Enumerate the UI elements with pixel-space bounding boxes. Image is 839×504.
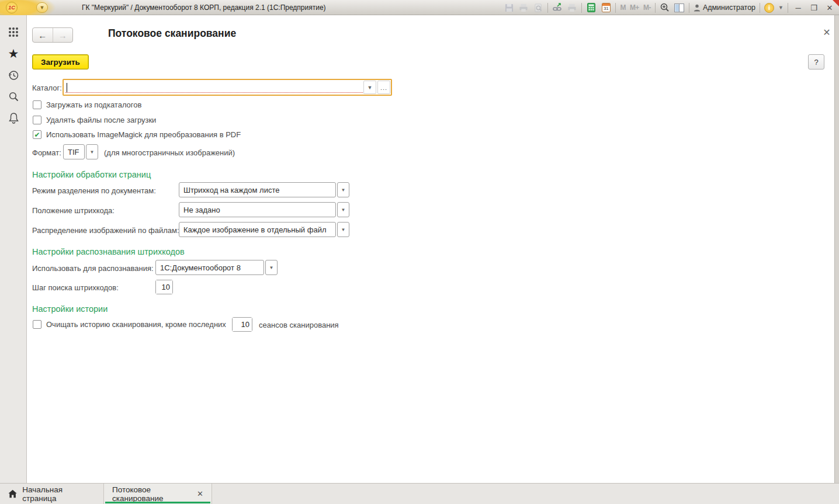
recognition-engine-combo: 1С:Документооборот 8 ▼ xyxy=(155,260,278,275)
section-header-processing: Настройки обработки страниц xyxy=(32,170,151,179)
history-icon[interactable] xyxy=(0,69,27,81)
section-header-recognition: Настройки распознавания штрихкодов xyxy=(32,247,185,256)
checkbox[interactable] xyxy=(33,116,41,124)
image-distribution-combo: Каждое изображение в отдельный файл ▼ xyxy=(179,222,349,237)
tab-active-label: Потоковое сканирование xyxy=(112,485,190,503)
home-icon xyxy=(8,489,17,498)
format-note: (для многостраничных изображений) xyxy=(104,148,235,157)
toolbar-separator xyxy=(615,3,616,13)
format-value[interactable]: TIF xyxy=(63,144,85,159)
barcode-step-input[interactable] xyxy=(156,280,172,294)
user-name-label: Администратор xyxy=(703,4,755,12)
format-dropdown-button[interactable]: ▼ xyxy=(86,144,98,159)
window-right-frame xyxy=(834,15,839,504)
info-icon[interactable]: i xyxy=(764,3,774,13)
forward-button[interactable]: → xyxy=(53,28,73,42)
toolbar-separator xyxy=(760,3,760,13)
calendar-day-label: 31 xyxy=(602,6,610,12)
chevron-down-icon[interactable]: ▼ xyxy=(778,5,783,11)
clear-history-suffix: сеансов сканирования xyxy=(259,321,339,329)
split-mode-value[interactable]: Штрихкод на каждом листе xyxy=(179,182,336,197)
checkbox[interactable] xyxy=(33,100,41,109)
search-icon[interactable] xyxy=(0,91,27,102)
text-cursor xyxy=(67,83,67,92)
tab-home-label: Начальная страница xyxy=(22,485,95,503)
minimize-button[interactable]: ─ xyxy=(792,4,804,12)
recognition-engine-value[interactable]: 1С:Документооборот 8 xyxy=(155,260,264,275)
maximize-button[interactable]: ❒ xyxy=(808,4,820,12)
main-menu-button[interactable]: ▼ xyxy=(36,2,48,13)
catalog-input[interactable] xyxy=(65,82,363,93)
catalog-input-text[interactable] xyxy=(65,82,363,92)
checkbox[interactable] xyxy=(33,320,41,329)
window-titlebar: 1С ▼ ГК "Меркурий" / Документооборот 8 К… xyxy=(0,0,839,15)
help-button[interactable]: ? xyxy=(808,54,824,69)
split-mode-combo: Штрихкод на каждом листе ▼ xyxy=(179,182,349,197)
toolbar-separator xyxy=(689,3,689,13)
checkbox-label: Использовать ImageMagick для преобразова… xyxy=(46,130,241,139)
memory-subtract-button[interactable]: M- xyxy=(643,4,651,12)
memory-add-button[interactable]: M+ xyxy=(630,4,639,12)
format-combo: TIF ▼ xyxy=(63,144,98,159)
tab-home[interactable]: Начальная страница xyxy=(0,484,104,504)
close-form-icon[interactable]: ✕ xyxy=(821,27,832,38)
checkbox-row[interactable]: ✔ Использовать ImageMagick для преобразо… xyxy=(33,130,241,139)
1c-logo-icon: 1С xyxy=(6,2,18,13)
checkbox-label: Удалять файлы после загрузки xyxy=(46,116,156,124)
recognition-engine-label: Использовать для распознавания: xyxy=(32,264,154,273)
tool-sidebar: ★ xyxy=(0,15,27,483)
checkbox[interactable]: ✔ xyxy=(33,130,41,139)
window-title: ГК "Меркурий" / Документооборот 8 КОРП, … xyxy=(82,4,326,12)
menu-grid-icon[interactable] xyxy=(0,27,27,37)
notifications-bell-icon[interactable] xyxy=(0,112,27,124)
tab-stream-scanning[interactable]: Потоковое сканирование ✕ xyxy=(104,484,212,504)
toolbar-separator xyxy=(547,3,548,13)
barcode-position-dropdown-button[interactable]: ▼ xyxy=(337,202,349,217)
barcode-position-label: Положение штрихкода: xyxy=(32,206,115,215)
catalog-browse-button[interactable]: ... xyxy=(377,81,390,94)
barcode-position-combo: Не задано ▼ xyxy=(179,202,349,217)
nav-history-buttons: ← → xyxy=(32,27,73,43)
image-distribution-label: Распределение изображений по файлам: xyxy=(32,226,179,235)
barcode-step-label: Шаг поиска штрихкодов: xyxy=(32,283,119,292)
history-sessions-field[interactable] xyxy=(232,317,252,332)
calculator-icon[interactable] xyxy=(586,3,597,13)
checkbox-label: Загружать из подкаталогов xyxy=(46,100,141,109)
barcode-position-value[interactable]: Не задано xyxy=(179,202,336,217)
attach-link-icon[interactable] xyxy=(552,3,563,13)
current-user[interactable]: Администратор xyxy=(694,4,755,12)
split-mode-dropdown-button[interactable]: ▼ xyxy=(337,182,349,197)
print-icon[interactable] xyxy=(518,3,529,13)
section-header-history: Настройки истории xyxy=(32,304,108,314)
zoom-icon[interactable] xyxy=(660,3,670,13)
tab-close-icon[interactable]: ✕ xyxy=(197,489,203,498)
print-preview-icon[interactable] xyxy=(533,3,543,13)
catalog-dropdown-button[interactable]: ▼ xyxy=(363,81,376,94)
barcode-step-field[interactable] xyxy=(155,280,173,294)
recognition-engine-dropdown-button[interactable]: ▼ xyxy=(265,260,278,275)
checkbox-row[interactable]: Удалять файлы после загрузки xyxy=(33,116,156,124)
image-distribution-value[interactable]: Каждое изображение в отдельный файл xyxy=(179,222,336,237)
calendar-icon[interactable]: 31 xyxy=(601,3,611,13)
print-current-icon[interactable] xyxy=(567,3,577,13)
image-distribution-dropdown-button[interactable]: ▼ xyxy=(337,222,349,237)
memory-recall-button[interactable]: M xyxy=(620,4,626,12)
toolbar-separator xyxy=(788,3,788,13)
catalog-label: Каталог: xyxy=(32,84,62,92)
split-mode-label: Режим разделения по документам: xyxy=(32,186,156,195)
load-button[interactable]: Загрузить xyxy=(32,54,89,69)
split-view-icon[interactable] xyxy=(674,3,685,13)
user-icon xyxy=(694,4,701,12)
save-icon[interactable] xyxy=(504,3,514,13)
main-content: ← → Потоковое сканирование ✕ Загрузить ?… xyxy=(27,15,834,483)
toolbar-separator xyxy=(655,3,656,13)
back-button[interactable]: ← xyxy=(33,28,53,42)
clear-history-row[interactable]: Очищать историю сканирования, кроме посл… xyxy=(33,320,226,329)
page-title: Потоковое сканирование xyxy=(108,27,236,40)
catalog-field-group: ▼ ... xyxy=(63,79,392,96)
favorites-star-icon[interactable]: ★ xyxy=(0,47,27,61)
toolbar-separator xyxy=(581,3,582,13)
format-label: Формат: xyxy=(32,148,61,157)
checkbox-row[interactable]: Загружать из подкаталогов xyxy=(33,100,141,109)
history-sessions-input[interactable] xyxy=(233,318,252,331)
